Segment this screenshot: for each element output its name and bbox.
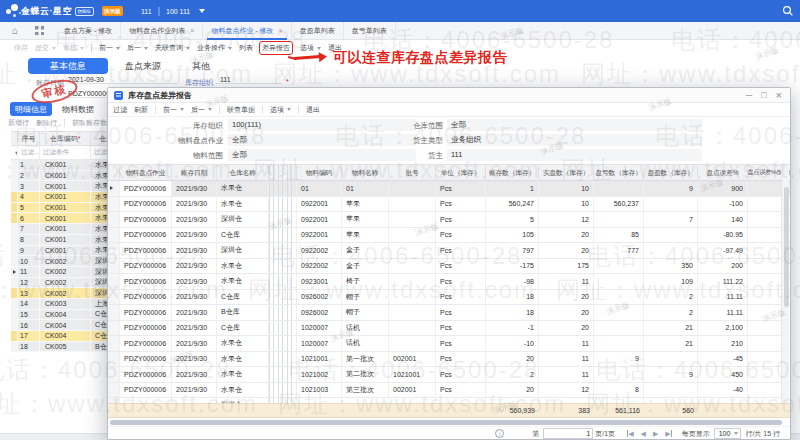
toolbar-button-提交[interactable]: 提交: [35, 43, 56, 53]
filter-value-left-2[interactable]: 全部: [228, 149, 416, 161]
report-row-1[interactable]: PDZY0000062021/9/30水果仓0101Pcs1109900: [108, 181, 790, 197]
report-row-2[interactable]: PDZY0000062021/9/30水果仓0922001苹果Pcs560,24…: [108, 197, 790, 213]
col-header-job[interactable]: 物料盘点作业: [120, 165, 172, 180]
toolbar-button-保存[interactable]: 保存: [14, 43, 28, 53]
col-header-batch[interactable]: 批号: [389, 165, 436, 180]
toolbar-button-关联查询[interactable]: 关联查询: [155, 43, 190, 53]
tab-close-icon[interactable]: ×: [190, 27, 194, 34]
dlg-button-刷新[interactable]: 刷新: [134, 105, 148, 115]
form-tab-source[interactable]: 盘点来源: [125, 60, 161, 73]
tab-close-icon[interactable]: ×: [279, 27, 283, 34]
report-row-12[interactable]: PDZY0000062021/9/30水果仓1021001第一批次002001P…: [108, 352, 790, 368]
col-header-gain[interactable]: 盘盈数（库存）: [644, 165, 698, 180]
first-page-icon[interactable]: ◀: [627, 430, 633, 438]
detail-tab-active[interactable]: 明细信息: [10, 102, 52, 116]
left-grid-row-7[interactable]: 7CK001水果仓: [11, 224, 110, 235]
dlg-button-后一[interactable]: 后一: [191, 105, 212, 115]
left-grid-row-15[interactable]: 15CK004C仓库: [11, 310, 110, 321]
tab-1[interactable]: 物料盘点作业列表×: [121, 22, 203, 40]
col-header-unit[interactable]: 单位（库存）: [436, 165, 486, 180]
horizontal-scrollbar[interactable]: [108, 419, 790, 426]
left-grid-row-8[interactable]: 8CK001水果仓: [11, 235, 110, 246]
report-row-7[interactable]: PDZY0000062021/9/30水果仓0923001椅子Pcs-98111…: [108, 274, 790, 290]
left-grid-row-4[interactable]: 4CK001水果仓: [11, 192, 110, 203]
report-row-11[interactable]: PDZY0000062021/9/30水果仓1020007话机Pcs-10112…: [108, 336, 790, 352]
report-row-10[interactable]: PDZY0000062021/9/30C仓库1020007话机Pcs-12021…: [108, 321, 790, 337]
col-header-code[interactable]: 物料编码: [297, 165, 342, 180]
col-header-ind[interactable]: [108, 165, 120, 180]
toolbar-button-后一[interactable]: 后一: [127, 43, 148, 53]
tab-3[interactable]: 盘盈单列表: [292, 22, 344, 40]
dlg-button-联查单据[interactable]: 联查单据: [227, 105, 255, 115]
last-page-icon[interactable]: ▶: [665, 430, 671, 438]
col-header-name[interactable]: 物料名称: [342, 165, 389, 180]
left-grid-row-10[interactable]: 10CK002深圳仓: [11, 256, 110, 267]
tab-2[interactable]: 物料盘点作业 - 修改×: [203, 22, 291, 40]
left-grid-row-12[interactable]: 12CK002深圳仓: [11, 278, 110, 289]
vertical-scrollbar[interactable]: [781, 165, 789, 403]
tab-0[interactable]: 盘点方案 - 修改: [56, 22, 121, 40]
filter-value-left-1[interactable]: 全部: [228, 134, 416, 146]
org-field-value[interactable]: 111: [216, 76, 282, 84]
report-row-5[interactable]: PDZY0000062021/9/30深圳仓0922002盒子Pcs797207…: [108, 243, 790, 259]
left-grid-row-9[interactable]: 9CK001水果仓: [11, 246, 110, 257]
left-grid-row-1[interactable]: 1CK001水果仓: [11, 160, 110, 171]
info-icon[interactable]: i: [495, 429, 504, 438]
dlg-button-选项[interactable]: 选项: [270, 105, 291, 115]
detail-tab-material[interactable]: 物料数据: [62, 104, 94, 115]
date-field-value[interactable]: 2021-09-30: [66, 76, 178, 84]
minimize-icon[interactable]: ─: [746, 91, 752, 100]
left-grid-row-18[interactable]: 18CK005B仓库: [11, 342, 110, 353]
toolbar-button-列表[interactable]: 列表: [239, 43, 253, 53]
apps-grid-icon[interactable]: [35, 26, 44, 35]
filter-value-right-1[interactable]: 业务组织: [447, 134, 702, 146]
report-row-3[interactable]: PDZY0000062021/9/30深圳仓0922001苹果Pcs512714…: [108, 212, 790, 228]
left-grid-row-3[interactable]: 3CK001水果仓: [11, 181, 110, 192]
form-tab-other[interactable]: 其他: [192, 60, 210, 73]
page-size-select[interactable]: 100: [714, 428, 742, 439]
toolbar-button-业务操作[interactable]: 业务操作: [197, 43, 232, 53]
left-grid-row-14[interactable]: 14CK003上海仓: [11, 299, 110, 310]
filter-value-left-0[interactable]: 100(111): [228, 119, 416, 131]
next-page-icon[interactable]: ▶: [653, 430, 658, 438]
home-icon[interactable]: ⌂: [12, 25, 18, 36]
col-header-book[interactable]: 账存数（库存）: [486, 165, 539, 180]
close-icon[interactable]: ×: [776, 91, 782, 100]
left-grid-filter-row[interactable]: ▼过滤...过滤条件过滤: [11, 146, 110, 160]
left-grid-row-6[interactable]: 6CK001水果仓: [11, 213, 110, 224]
report-row-14[interactable]: PDZY0000062021/9/30水果仓1021003第三批次002001P…: [108, 383, 790, 399]
dlg-button-过滤[interactable]: 过滤: [113, 105, 127, 115]
dlg-button-前一[interactable]: 前一: [163, 105, 184, 115]
add-row-button[interactable]: 新增行: [8, 118, 29, 128]
toolbar-button-前一[interactable]: 前一: [99, 43, 120, 53]
filter-value-right-0[interactable]: 全部: [447, 119, 702, 131]
report-row-9[interactable]: PDZY0000062021/9/30B仓库0926002帽子Pcs182021…: [108, 305, 790, 321]
report-row-8[interactable]: PDZY0000062021/9/30C仓库0926002帽子Pcs182021…: [108, 290, 790, 306]
col-header-err[interactable]: 盘点误差%: [698, 165, 748, 180]
toolbar-button-审核[interactable]: 审核: [63, 43, 84, 53]
dialog-titlebar[interactable]: 库存盘点差异报告 ─ □ ×: [108, 88, 790, 103]
toolbar-button-差异报告[interactable]: 差异报告: [259, 41, 293, 55]
left-grid-row-16[interactable]: 16CK004C仓库: [11, 320, 110, 331]
report-row-4[interactable]: PDZY0000062021/9/30C仓库0922001苹果Pcs105208…: [108, 228, 790, 244]
left-grid-row-11[interactable]: 11CK002深圳仓: [11, 267, 110, 278]
col-header-loss[interactable]: 盘亏数（库存）: [594, 165, 644, 180]
delete-row-button[interactable]: 删除行: [36, 118, 57, 128]
left-grid-row-17[interactable]: 17CK004C仓库: [11, 331, 110, 342]
col-header-real[interactable]: 实盘数（库存）: [539, 165, 594, 180]
search-icon[interactable]: [782, 5, 794, 17]
left-grid-row-5[interactable]: 5CK001水果仓: [11, 203, 110, 214]
form-tab-basic[interactable]: 基本信息: [28, 58, 108, 74]
dlg-button-退出[interactable]: 退出: [306, 105, 320, 115]
filter-value-right-2[interactable]: 111: [447, 149, 702, 161]
col-header-hatch[interactable]: [269, 165, 297, 180]
left-grid-row-2[interactable]: 2CK001水果仓: [11, 171, 110, 182]
left-grid-row-13[interactable]: 13CK002深圳仓: [11, 288, 110, 299]
col-header-date[interactable]: 账存日期: [172, 165, 217, 180]
page-input[interactable]: [543, 428, 593, 439]
report-row-6[interactable]: PDZY0000062021/9/30水果仓0922002盒子Pcs-17517…: [108, 259, 790, 275]
report-row-13[interactable]: PDZY0000062021/9/30水果仓1021002第二批次1021001…: [108, 367, 790, 383]
org-user-switcher[interactable]: 111 | 100 111: [141, 6, 205, 16]
maximize-icon[interactable]: □: [761, 91, 766, 100]
col-header-wh[interactable]: 仓库名称: [217, 165, 269, 180]
